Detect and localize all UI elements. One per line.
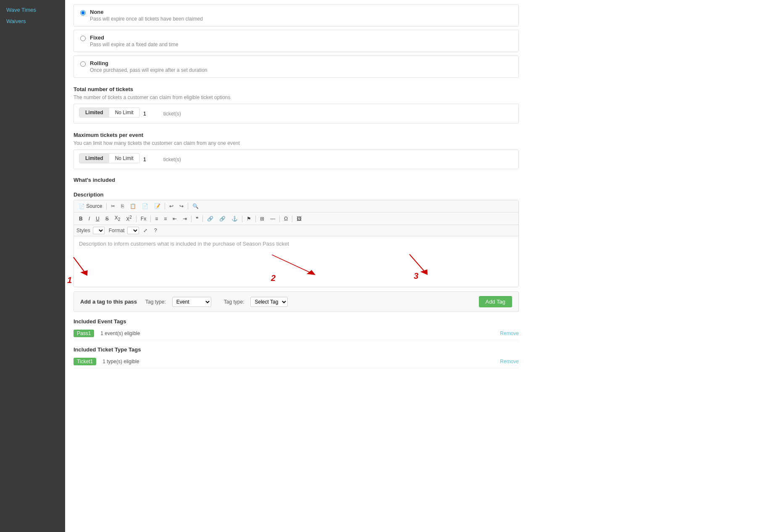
max-limited-btn[interactable]: Limited: [79, 154, 109, 163]
radio-fixed[interactable]: [80, 36, 86, 41]
editor-toolbar-row2: B I U S X2 X2 Fx ≡ ≡ ⇤ ⇥ ❝ 🔗: [74, 212, 518, 225]
redo-btn[interactable]: ↪: [177, 202, 186, 210]
tag-type-select[interactable]: Event Ticket Type: [172, 297, 211, 307]
paste-btn[interactable]: 📋: [127, 202, 139, 210]
radio-none-desc: Pass will expire once all tickets have b…: [90, 16, 203, 22]
source-label: Source: [86, 203, 102, 209]
find-btn[interactable]: 🔍: [190, 202, 201, 210]
description-editor-wrapper: 📄 Source ✂ ⎘ 📋 📄 📝 ↩ ↪ 🔍: [74, 200, 519, 287]
unlink-btn[interactable]: 🔗: [217, 215, 228, 223]
radio-rolling-desc: Once purchased, pass will expire after a…: [90, 67, 207, 73]
sep2: [165, 203, 165, 210]
blockquote-btn[interactable]: ❝: [193, 215, 201, 223]
description-editor[interactable]: 📄 Source ✂ ⎘ 📋 📄 📝 ↩ ↪ 🔍: [74, 200, 519, 287]
total-tickets-row: Limited No Limit ticket(s): [74, 104, 519, 123]
max-tickets-row: Limited No Limit ticket(s): [74, 149, 519, 169]
radio-rolling-title: Rolling: [90, 60, 207, 66]
total-limited-btn[interactable]: Limited: [79, 108, 109, 117]
sep3: [188, 203, 188, 210]
annotation-1: 1: [67, 275, 72, 285]
flag-btn[interactable]: ⚑: [244, 215, 254, 223]
event-tag-badge-0: Pass1: [74, 330, 94, 337]
radio-none[interactable]: [80, 10, 86, 16]
ticket-tag-row-0: Ticket1 1 type(s) eligible Remove: [74, 355, 519, 368]
image-btn[interactable]: 🖼: [294, 215, 304, 223]
help-btn[interactable]: ?: [152, 226, 160, 235]
content-area: None Pass will expire once all tickets h…: [65, 0, 527, 381]
sidebar: Wave Times Waivers: [0, 0, 65, 532]
hr-btn[interactable]: —: [268, 215, 278, 223]
radio-fixed-desc: Pass will expire at a fixed date and tim…: [90, 42, 179, 47]
max-tickets-unit: ticket(s): [163, 157, 181, 162]
remove-format-btn[interactable]: Fx: [138, 215, 149, 223]
total-tickets-input[interactable]: [143, 110, 160, 117]
radio-option-fixed[interactable]: Fixed Pass will expire at a fixed date a…: [74, 30, 519, 52]
total-tickets-unit: ticket(s): [163, 111, 181, 117]
max-tickets-toggle: Limited No Limit: [79, 153, 140, 163]
total-tickets-toggle: Limited No Limit: [79, 107, 140, 118]
max-tickets-input[interactable]: [143, 156, 160, 162]
table-btn[interactable]: ⊞: [257, 215, 267, 223]
max-tickets-title: Maximum tickets per event: [74, 132, 519, 138]
editor-toolbar-row3: Styles Format ⤢ ?: [74, 225, 518, 236]
source-icon: 📄: [79, 204, 85, 209]
editor-body[interactable]: Description to inform customers what is …: [74, 236, 518, 287]
paste-word-btn[interactable]: 📝: [152, 202, 163, 210]
select-tag-select[interactable]: Select Tag: [250, 297, 288, 307]
anchor-btn[interactable]: ⚓: [229, 215, 240, 223]
sep4: [136, 215, 137, 222]
radio-option-none[interactable]: None Pass will expire once all tickets h…: [74, 4, 519, 26]
event-tag-remove-0[interactable]: Remove: [500, 330, 519, 336]
editor-placeholder: Description to inform customers what is …: [79, 241, 513, 247]
total-tickets-title: Total number of tickets: [74, 86, 519, 92]
sep5: [150, 215, 151, 222]
bold-btn[interactable]: B: [76, 215, 85, 223]
link-btn[interactable]: 🔗: [205, 215, 216, 223]
ticket-tag-remove-0[interactable]: Remove: [500, 359, 519, 364]
strikethrough-btn[interactable]: S: [103, 215, 111, 223]
decrease-indent-btn[interactable]: ⇤: [170, 215, 179, 223]
radio-fixed-title: Fixed: [90, 34, 179, 41]
event-tag-info-0: 1 event(s) eligible: [100, 330, 500, 336]
event-tag-row-0: Pass1 1 event(s) eligible Remove: [74, 327, 519, 340]
format-select[interactable]: [127, 227, 139, 234]
add-tag-section: Add a tag to this pass Tag type: Event T…: [74, 291, 519, 312]
maximize-btn[interactable]: ⤢: [141, 226, 150, 235]
sep11: [292, 215, 292, 222]
sep1: [106, 203, 107, 210]
select-tag-label: Tag type:: [224, 299, 244, 305]
ticket-tag-badge-0: Ticket1: [74, 358, 96, 365]
styles-select[interactable]: [93, 227, 105, 234]
copy-btn[interactable]: ⎘: [118, 202, 126, 210]
radio-none-title: None: [90, 9, 203, 15]
total-no-limit-btn[interactable]: No Limit: [109, 108, 139, 117]
sep10: [279, 215, 280, 222]
sidebar-item-waivers[interactable]: Waivers: [0, 16, 65, 27]
sep6: [191, 215, 192, 222]
subscript-btn[interactable]: X2: [112, 214, 123, 223]
special-char-btn[interactable]: Ω: [281, 215, 290, 223]
radio-rolling[interactable]: [80, 61, 86, 67]
included-event-tags-title: Included Event Tags: [74, 318, 519, 325]
source-btn[interactable]: 📄 Source: [76, 202, 105, 210]
sep9: [255, 215, 256, 222]
superscript-btn[interactable]: X2: [123, 214, 134, 223]
description-label: Description: [74, 191, 519, 198]
sidebar-item-wave-times[interactable]: Wave Times: [0, 4, 65, 16]
max-tickets-desc: You can limit how many tickets the custo…: [74, 140, 519, 146]
sep7: [202, 215, 203, 222]
increase-indent-btn[interactable]: ⇥: [180, 215, 189, 223]
paste-text-btn[interactable]: 📄: [139, 202, 151, 210]
max-no-limit-btn[interactable]: No Limit: [109, 154, 139, 163]
underline-btn[interactable]: U: [93, 215, 102, 223]
undo-btn[interactable]: ↩: [167, 202, 176, 210]
included-ticket-tags-title: Included Ticket Type Tags: [74, 346, 519, 353]
editor-toolbar-row1: 📄 Source ✂ ⎘ 📋 📄 📝 ↩ ↪ 🔍: [74, 200, 518, 212]
bullet-list-btn[interactable]: ≡: [152, 215, 160, 223]
add-tag-button[interactable]: Add Tag: [479, 296, 512, 307]
italic-btn[interactable]: I: [86, 215, 92, 223]
add-tag-title: Add a tag to this pass: [80, 299, 137, 305]
radio-option-rolling[interactable]: Rolling Once purchased, pass will expire…: [74, 55, 519, 78]
numbered-list-btn[interactable]: ≡: [161, 215, 169, 223]
cut-btn[interactable]: ✂: [108, 202, 118, 210]
